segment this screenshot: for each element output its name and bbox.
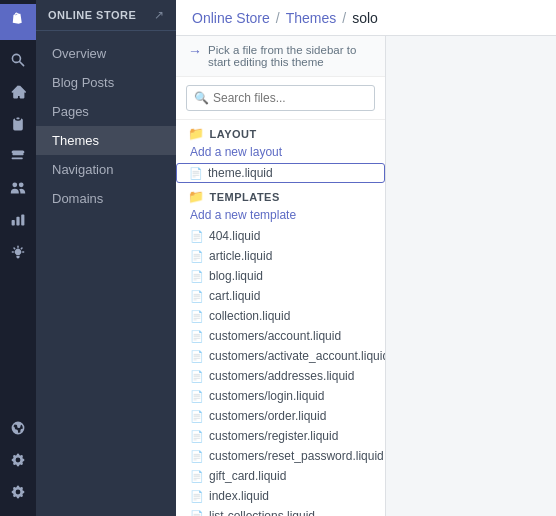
file-name: customers/order.liquid xyxy=(209,409,326,423)
file-icon: 📄 xyxy=(190,330,204,343)
hint-text: Pick a file from the sidebar to start ed… xyxy=(208,44,373,68)
template-files-list: 📄404.liquid📄article.liquid📄blog.liquid📄c… xyxy=(176,226,385,516)
sidebar-item-navigation[interactable]: Navigation xyxy=(36,155,176,184)
store-settings-icon-btn[interactable] xyxy=(0,476,36,508)
search-icon-btn[interactable] xyxy=(0,44,36,76)
file-item[interactable]: 📄article.liquid xyxy=(176,246,385,266)
file-item[interactable]: 📄customers/reset_password.liquid xyxy=(176,446,385,466)
sidebar-header: ONLINE STORE ↗ xyxy=(36,0,176,31)
file-item[interactable]: 📄gift_card.liquid xyxy=(176,466,385,486)
shopify-logo-area xyxy=(0,4,36,40)
file-item[interactable]: 📄index.liquid xyxy=(176,486,385,506)
templates-folder-icon: 📁 xyxy=(188,189,205,204)
file-icon: 📄 xyxy=(190,270,204,283)
file-icon: 📄 xyxy=(190,470,204,483)
layout-folder-icon: 📁 xyxy=(188,126,205,141)
file-item[interactable]: 📄customers/order.liquid xyxy=(176,406,385,426)
file-name: blog.liquid xyxy=(209,269,263,283)
file-icon-theme: 📄 xyxy=(189,167,203,180)
file-item[interactable]: 📄customers/login.liquid xyxy=(176,386,385,406)
breadcrumb: Online Store / Themes / solo xyxy=(192,10,378,26)
file-item[interactable]: 📄customers/account.liquid xyxy=(176,326,385,346)
customers-icon-btn[interactable] xyxy=(0,172,36,204)
file-name: customers/reset_password.liquid xyxy=(209,449,384,463)
file-icon: 📄 xyxy=(190,350,204,363)
file-icon: 📄 xyxy=(190,410,204,423)
settings-icon-btn[interactable] xyxy=(0,444,36,476)
file-name: list-collections.liquid xyxy=(209,509,315,516)
file-item[interactable]: 📄404.liquid xyxy=(176,226,385,246)
file-item[interactable]: 📄customers/register.liquid xyxy=(176,426,385,446)
analytics-icon-btn[interactable] xyxy=(0,204,36,236)
file-icon: 📄 xyxy=(190,290,204,303)
layout-content: → Pick a file from the sidebar to start … xyxy=(176,36,556,516)
file-name-theme-liquid: theme.liquid xyxy=(208,166,273,180)
products-icon-btn[interactable] xyxy=(0,140,36,172)
file-name: customers/account.liquid xyxy=(209,329,341,343)
breadcrumb-sep-2: / xyxy=(342,10,346,26)
add-layout-link[interactable]: Add a new layout xyxy=(176,143,385,163)
sidebar-item-domains[interactable]: Domains xyxy=(36,184,176,213)
file-item-theme-liquid[interactable]: 📄 theme.liquid xyxy=(176,163,385,183)
search-input[interactable] xyxy=(186,85,375,111)
file-name: customers/register.liquid xyxy=(209,429,338,443)
globe-icon-btn[interactable] xyxy=(0,412,36,444)
hint-arrow-icon: → xyxy=(188,43,202,59)
file-name: collection.liquid xyxy=(209,309,290,323)
file-icon: 📄 xyxy=(190,230,204,243)
file-icon: 📄 xyxy=(190,250,204,263)
shopify-logo xyxy=(9,11,27,34)
sidebar-item-themes[interactable]: Themes xyxy=(36,126,176,155)
search-icon: 🔍 xyxy=(194,91,209,105)
file-name: customers/addresses.liquid xyxy=(209,369,354,383)
sidebar-header-text: ONLINE STORE xyxy=(48,9,136,21)
layout-section-header: 📁 Layout xyxy=(176,120,385,143)
file-item[interactable]: 📄list-collections.liquid xyxy=(176,506,385,516)
file-icon: 📄 xyxy=(190,390,204,403)
sidebar-item-pages[interactable]: Pages xyxy=(36,97,176,126)
file-name: customers/login.liquid xyxy=(209,389,324,403)
file-item[interactable]: 📄customers/addresses.liquid xyxy=(176,366,385,386)
file-name: customers/activate_account.liquid xyxy=(209,349,386,363)
add-template-link[interactable]: Add a new template xyxy=(176,206,385,226)
sidebar-item-blog-posts[interactable]: Blog Posts xyxy=(36,68,176,97)
search-box: 🔍 xyxy=(176,77,385,120)
breadcrumb-sep-1: / xyxy=(276,10,280,26)
breadcrumb-solo: solo xyxy=(352,10,378,26)
file-item[interactable]: 📄cart.liquid xyxy=(176,286,385,306)
external-link-icon[interactable]: ↗ xyxy=(154,8,164,22)
file-item[interactable]: 📄blog.liquid xyxy=(176,266,385,286)
file-icon: 📄 xyxy=(190,450,204,463)
file-icon: 📄 xyxy=(190,490,204,503)
sidebar: ONLINE STORE ↗ Overview Blog Posts Pages… xyxy=(36,0,176,516)
editor-area xyxy=(386,36,556,516)
file-icon: 📄 xyxy=(190,510,204,517)
file-name: article.liquid xyxy=(209,249,272,263)
file-panel: → Pick a file from the sidebar to start … xyxy=(176,36,386,516)
file-name: cart.liquid xyxy=(209,289,260,303)
file-item[interactable]: 📄collection.liquid xyxy=(176,306,385,326)
hint-bar: → Pick a file from the sidebar to start … xyxy=(176,36,385,77)
file-icon: 📄 xyxy=(190,370,204,383)
orders-icon-btn[interactable] xyxy=(0,108,36,140)
layout-section-label: Layout xyxy=(210,128,257,140)
marketing-icon-btn[interactable] xyxy=(0,236,36,268)
icon-bar xyxy=(0,0,36,516)
file-icon: 📄 xyxy=(190,430,204,443)
file-name: index.liquid xyxy=(209,489,269,503)
file-item[interactable]: 📄customers/activate_account.liquid xyxy=(176,346,385,366)
file-name: gift_card.liquid xyxy=(209,469,286,483)
file-icon: 📄 xyxy=(190,310,204,323)
breadcrumb-online-store[interactable]: Online Store xyxy=(192,10,270,26)
home-icon-btn[interactable] xyxy=(0,76,36,108)
templates-section-header: 📁 Templates xyxy=(176,183,385,206)
templates-section-label: Templates xyxy=(210,191,280,203)
file-name: 404.liquid xyxy=(209,229,260,243)
breadcrumb-themes[interactable]: Themes xyxy=(286,10,337,26)
main-area: Online Store / Themes / solo → Pick a fi… xyxy=(176,0,556,516)
topbar: Online Store / Themes / solo xyxy=(176,0,556,36)
sidebar-nav: Overview Blog Posts Pages Themes Navigat… xyxy=(36,31,176,221)
sidebar-item-overview[interactable]: Overview xyxy=(36,39,176,68)
